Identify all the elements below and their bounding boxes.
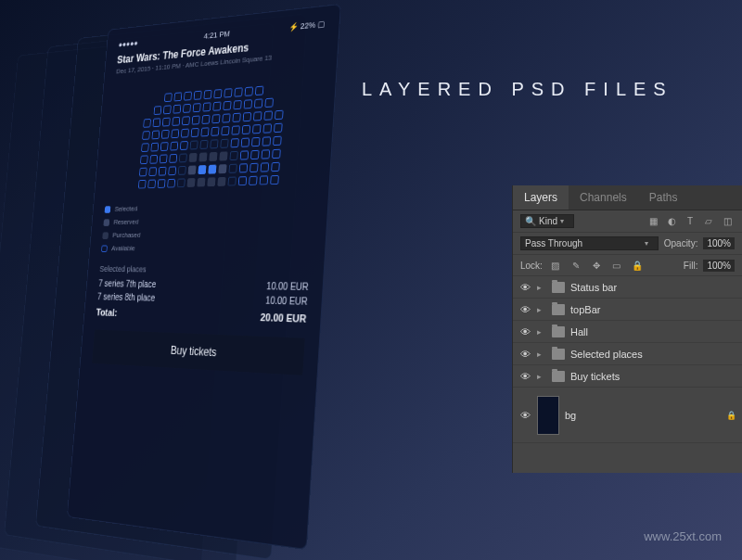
filter-adjustment-icon[interactable]: ◐ xyxy=(664,215,679,228)
tab-channels[interactable]: Channels xyxy=(569,185,638,210)
blend-mode-select[interactable]: Pass Through ▾ xyxy=(520,236,659,250)
tab-paths[interactable]: Paths xyxy=(638,185,689,210)
legend-available: Available xyxy=(111,244,135,252)
selected-item: 7 series 8th place10.00 EUR xyxy=(97,292,308,307)
search-icon: 🔍 xyxy=(525,216,536,226)
layer-thumbnail xyxy=(537,396,559,435)
lock-brush-icon[interactable]: ✎ xyxy=(569,259,583,272)
layer-list: 👁 ▸ Status bar 👁 ▸ topBar 👁 ▸ Hall 👁 ▸ S… xyxy=(513,276,742,443)
opacity-value[interactable]: 100% xyxy=(703,237,735,249)
legend-purchased: Purchased xyxy=(112,231,141,239)
folder-icon xyxy=(552,304,565,315)
visibility-toggle-icon[interactable]: 👁 xyxy=(518,371,531,382)
opacity-label: Opacity: xyxy=(664,238,698,248)
lock-transparency-icon[interactable]: ▨ xyxy=(548,259,563,272)
lock-icon[interactable]: 🔒 xyxy=(726,411,736,420)
buy-tickets-button[interactable]: Buy tickets xyxy=(92,330,305,375)
layer-name: bg xyxy=(565,410,576,421)
tab-layers[interactable]: Layers xyxy=(513,185,569,210)
disclosure-icon[interactable]: ▸ xyxy=(537,350,546,359)
chevron-down-icon: ▾ xyxy=(560,217,569,225)
legend-reserved: Reserved xyxy=(113,218,139,226)
legend-selected: Selected xyxy=(114,205,137,213)
folder-icon xyxy=(552,326,565,337)
layer-item-topbar[interactable]: 👁 ▸ topBar xyxy=(513,299,742,321)
selected-places-section: Selected places 7 series 7th place10.00 … xyxy=(96,264,310,325)
layer-name: Selected places xyxy=(570,349,643,360)
lock-move-icon[interactable]: ✥ xyxy=(589,259,604,272)
folder-icon xyxy=(552,371,565,382)
selected-item: 7 series 7th place10.00 EUR xyxy=(98,278,309,292)
total-row: Total:20.00 EUR xyxy=(96,307,307,325)
visibility-toggle-icon[interactable]: 👁 xyxy=(518,349,531,360)
layer-name: Buy tickets xyxy=(570,371,620,382)
status-right: ⚡ 22% ▢ xyxy=(288,19,326,32)
photoshop-layers-panel: Layers Channels Paths 🔍 Kind ▾ ▦ ◐ T ▱ ◫… xyxy=(512,185,742,473)
phone-mockup-stack: ●●●●● 4:21 PM ⚡ 22% ▢ Star Wars: The For… xyxy=(0,28,371,560)
phone-screen: ●●●●● 4:21 PM ⚡ 22% ▢ Star Wars: The For… xyxy=(67,4,341,550)
layer-name: Status bar xyxy=(570,282,617,293)
filter-kind-select[interactable]: 🔍 Kind ▾ xyxy=(520,214,574,228)
filter-smart-icon[interactable]: ◫ xyxy=(720,215,735,228)
fill-label: Fill: xyxy=(684,261,698,271)
lock-row: Lock: ▨ ✎ ✥ ▭ 🔒 Fill: 100% xyxy=(513,255,742,276)
filter-shape-icon[interactable]: ▱ xyxy=(701,215,716,228)
blend-row: Pass Through ▾ Opacity: 100% xyxy=(513,233,742,255)
disclosure-icon[interactable]: ▸ xyxy=(537,372,546,381)
filter-row: 🔍 Kind ▾ ▦ ◐ T ▱ ◫ xyxy=(513,210,742,233)
layer-name: Hall xyxy=(570,326,588,337)
layer-item-statusbar[interactable]: 👁 ▸ Status bar xyxy=(513,276,742,299)
visibility-toggle-icon[interactable]: 👁 xyxy=(518,410,531,421)
layer-item-hall[interactable]: 👁 ▸ Hall xyxy=(513,321,742,343)
disclosure-icon[interactable]: ▸ xyxy=(537,305,546,314)
fill-value[interactable]: 100% xyxy=(703,260,735,272)
folder-icon xyxy=(552,282,565,293)
disclosure-icon[interactable]: ▸ xyxy=(537,327,546,337)
visibility-toggle-icon[interactable]: 👁 xyxy=(518,282,531,293)
layer-name: topBar xyxy=(570,304,600,315)
visibility-toggle-icon[interactable]: 👁 xyxy=(518,304,531,315)
watermark: www.25xt.com xyxy=(644,529,722,543)
chevron-down-icon: ▾ xyxy=(645,239,654,248)
folder-icon xyxy=(552,349,565,360)
lock-label: Lock: xyxy=(520,261,543,271)
seat-legend: Selected Reserved Purchased Available xyxy=(101,200,313,252)
seat-map[interactable] xyxy=(107,82,322,190)
lock-all-icon[interactable]: 🔒 xyxy=(630,259,645,272)
filter-image-icon[interactable]: ▦ xyxy=(646,215,660,228)
panel-tabs: Layers Channels Paths xyxy=(513,185,742,210)
disclosure-icon[interactable]: ▸ xyxy=(537,283,546,292)
lock-artboard-icon[interactable]: ▭ xyxy=(609,259,624,272)
layer-item-bg[interactable]: 👁 bg 🔒 xyxy=(513,388,742,443)
layer-item-selected-places[interactable]: 👁 ▸ Selected places xyxy=(513,343,742,365)
selected-places-label: Selected places xyxy=(99,264,310,275)
layer-item-buy-tickets[interactable]: 👁 ▸ Buy tickets xyxy=(513,365,742,388)
filter-type-icon[interactable]: T xyxy=(683,215,697,228)
visibility-toggle-icon[interactable]: 👁 xyxy=(518,326,531,337)
hero-title: LAYERED PSD FILES xyxy=(362,79,673,100)
